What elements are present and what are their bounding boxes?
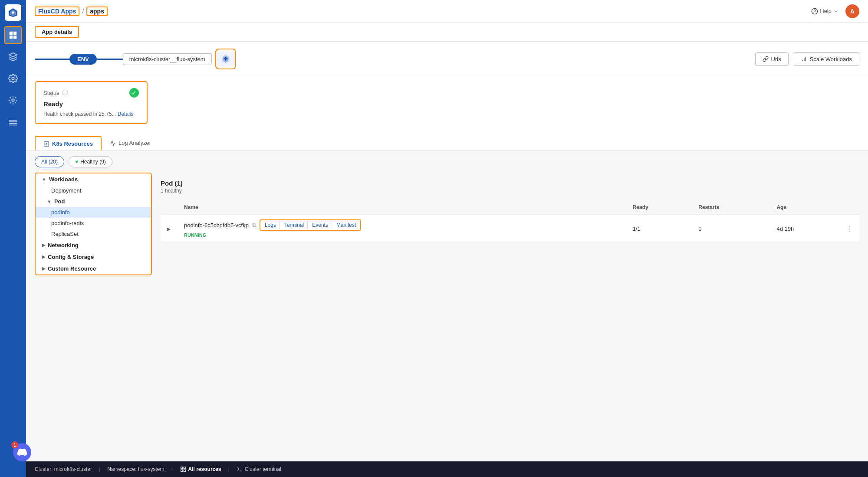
status-check-icon: ✓ — [129, 88, 139, 98]
user-avatar[interactable]: A — [845, 4, 859, 18]
col-name-header: Name — [178, 200, 627, 215]
app-details-tab[interactable]: App details — [35, 26, 79, 38]
pod-name-text: podinfo-6c5cbdf4b5-vcfkp — [184, 222, 249, 229]
content-area: Status ⓘ ✓ Ready Health check passed in … — [26, 74, 868, 461]
tab-k8s-label: K8s Resources — [52, 140, 93, 147]
pipeline-right-actions: Urls Scale Workloads — [755, 52, 859, 66]
tab-k8s-resources[interactable]: K8s Resources — [35, 136, 102, 150]
env-badge[interactable]: ENV — [69, 54, 97, 65]
status-value: Ready — [43, 100, 139, 108]
running-badge: RUNNING — [184, 232, 621, 238]
app-logo[interactable] — [5, 4, 21, 21]
resource-table: Name Ready Restarts Age ▶ — [161, 200, 859, 242]
discord-notification-badge: 1 — [11, 441, 18, 448]
custom-resource-label: Custom Resource — [48, 265, 96, 272]
pipeline-line-right — [97, 59, 123, 60]
col-restarts-header: Restarts — [692, 200, 770, 215]
svg-rect-17 — [181, 467, 182, 469]
pipeline-line-left — [35, 59, 69, 60]
age-cell: 4d 19h — [770, 215, 840, 242]
filter-all-button[interactable]: All (20) — [35, 156, 64, 167]
tabs-bar: K8s Resources Log Analyzer — [26, 131, 868, 151]
svg-rect-18 — [184, 467, 185, 469]
urls-button[interactable]: Urls — [755, 52, 789, 66]
pod-chevron: ▼ — [47, 199, 52, 204]
status-title: Status — [43, 90, 59, 96]
help-label: Help — [820, 8, 832, 14]
tree-item-podinfo-redis[interactable]: podinfo-redis — [36, 218, 151, 229]
info-icon: ⓘ — [62, 89, 68, 97]
networking-label: Networking — [48, 242, 79, 248]
workloads-label: Workloads — [49, 176, 78, 183]
tab-log-label: Log Analyzer — [118, 140, 151, 146]
health-check-row: Health check passed in 25.75... Details — [43, 111, 139, 117]
svg-rect-20 — [184, 470, 185, 471]
sidebar-item-stack[interactable] — [4, 113, 22, 131]
col-expand — [161, 200, 178, 215]
tree-item-replicaset[interactable]: ReplicaSet — [36, 229, 151, 239]
statusbar-namespace: Namespace: flux-system — [107, 466, 164, 472]
copy-icon[interactable]: ⧉ — [252, 222, 256, 229]
scale-workloads-button[interactable]: Scale Workloads — [794, 52, 859, 66]
detail-panel: Pod (1) 1 healthy Name Ready Restarts Ag… — [152, 173, 868, 461]
tree-item-deployment[interactable]: Deployment — [36, 185, 151, 196]
terminal-action[interactable]: Terminal — [283, 221, 308, 229]
tree-group-custom-resource[interactable]: ▶ Custom Resource — [36, 263, 151, 274]
table-row: ▶ podinfo-6c5cbdf4b5-vcfkp ⧉ Logs Termin… — [161, 215, 859, 242]
breadcrumb: FluxCD Apps / apps — [35, 7, 108, 16]
networking-chevron: ▶ — [42, 242, 45, 248]
restarts-cell: 0 — [692, 215, 770, 242]
breadcrumb-current: apps — [86, 7, 108, 16]
split-content: ▼ Workloads Deployment ▼ Pod podinfo pod… — [26, 173, 868, 461]
health-check-text: Health check passed in 25.75... — [43, 111, 116, 117]
col-ready-header: Ready — [627, 200, 693, 215]
scale-workloads-label: Scale Workloads — [810, 56, 852, 62]
svg-rect-4 — [13, 32, 16, 35]
logs-action[interactable]: Logs — [263, 221, 280, 229]
filter-healthy-button[interactable]: ♥ Healthy (9) — [69, 156, 112, 167]
help-button[interactable]: Help — [811, 8, 838, 15]
discord-button[interactable]: 1 — [13, 443, 31, 461]
col-actions-header — [840, 200, 859, 215]
row-more-icon[interactable]: ⋮ — [846, 225, 853, 232]
sidebar-item-settings[interactable] — [4, 69, 22, 88]
svg-rect-3 — [10, 32, 13, 35]
breadcrumb-separator: / — [82, 8, 84, 15]
heart-icon: ♥ — [75, 159, 78, 165]
svg-rect-5 — [10, 36, 13, 39]
row-expand-icon[interactable]: ▶ — [167, 226, 171, 232]
all-resources-label: All resources — [188, 466, 221, 472]
status-label-row: Status ⓘ — [43, 89, 68, 97]
sidebar-item-grid[interactable] — [4, 26, 22, 44]
custom-chevron: ▶ — [42, 266, 45, 271]
statusbar-all-resources-link[interactable]: All resources — [180, 466, 221, 472]
statusbar-cluster: Cluster: microk8s-cluster — [35, 466, 92, 472]
detail-subtitle: 1 healthy — [161, 188, 859, 194]
details-link[interactable]: Details — [118, 111, 134, 117]
events-action[interactable]: Events — [310, 221, 332, 229]
pod-name-cell: podinfo-6c5cbdf4b5-vcfkp ⧉ Logs Terminal… — [184, 219, 621, 231]
tree-panel: ▼ Workloads Deployment ▼ Pod podinfo pod… — [35, 173, 152, 275]
tab-log-analyzer[interactable]: Log Analyzer — [102, 136, 159, 150]
tree-subgroup-pod[interactable]: ▼ Pod — [36, 196, 151, 207]
status-card: Status ⓘ ✓ Ready Health check passed in … — [35, 81, 148, 124]
col-age-header: Age — [770, 200, 840, 215]
cluster-tag: microk8s-cluster__flux-system — [123, 53, 212, 65]
manifest-action[interactable]: Manifest — [335, 221, 358, 229]
statusbar-sep1: | — [99, 466, 100, 472]
statusbar-arrow: › — [171, 466, 173, 472]
breadcrumb-link-fluxcd[interactable]: FluxCD Apps — [35, 7, 79, 16]
tree-group-workloads[interactable]: ▼ Workloads — [36, 173, 151, 185]
statusbar-cluster-terminal-link[interactable]: Cluster terminal — [237, 466, 281, 472]
sidebar-item-layers[interactable] — [4, 48, 22, 66]
config-chevron: ▶ — [42, 254, 45, 260]
status-bar: Cluster: microk8s-cluster | Namespace: f… — [26, 461, 868, 477]
sidebar: 1 — [0, 0, 26, 477]
tree-group-config-storage[interactable]: ▶ Config & Storage — [36, 251, 151, 263]
pod-label: Pod — [54, 198, 65, 205]
app-icon-button[interactable] — [215, 49, 236, 69]
sidebar-item-gear[interactable] — [4, 91, 22, 109]
detail-title: Pod (1) — [161, 180, 859, 187]
tree-group-networking[interactable]: ▶ Networking — [36, 239, 151, 251]
tree-item-podinfo[interactable]: podinfo — [36, 207, 151, 218]
